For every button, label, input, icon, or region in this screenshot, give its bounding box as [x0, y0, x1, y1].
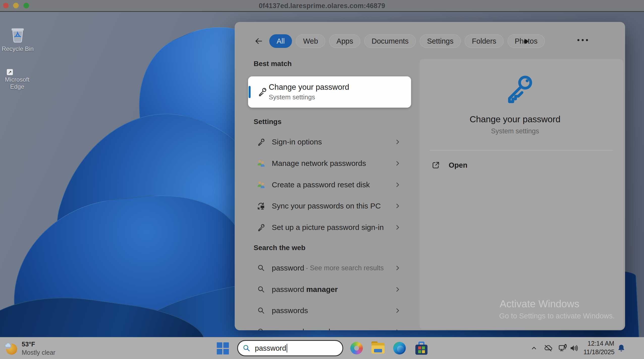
file-explorer-icon: [371, 343, 385, 353]
web-result-passwords[interactable]: passwords: [249, 302, 413, 319]
tab-folders[interactable]: Folders: [465, 34, 504, 48]
windows-logo-icon: [223, 342, 229, 348]
edge-icon: [393, 342, 406, 354]
weather-widget[interactable]: 53°F Mostly clear: [4, 337, 69, 359]
selection-accent-bar: [249, 86, 251, 98]
back-arrow-icon: [254, 37, 263, 46]
bell-icon: [617, 344, 626, 353]
sync-icon: [256, 201, 266, 211]
taskbar-search-input[interactable]: password: [237, 340, 343, 356]
ellipsis-icon: [577, 39, 579, 41]
clock-time: 12:14 AM: [583, 340, 614, 347]
chevron-right-icon: [394, 160, 401, 167]
mostly-clear-night-icon: [4, 341, 18, 356]
key-icon-large: [502, 71, 536, 106]
start-button[interactable]: [217, 342, 229, 355]
result-sign-in-options[interactable]: Sign-in options: [249, 133, 413, 151]
clock-date: 11/18/2025: [583, 348, 614, 356]
text-cursor: [287, 344, 287, 352]
best-match-result[interactable]: Change your password System settings: [248, 76, 411, 108]
play-arrow-icon: [522, 37, 530, 46]
result-label: Create a password reset disk: [272, 181, 370, 189]
web-query: passwords saved: [272, 327, 330, 330]
taskbar-file-explorer-button[interactable]: [371, 341, 385, 355]
taskbar-clock[interactable]: 12:14 AM 11/18/2025: [583, 340, 614, 356]
desktop-icon-label: Microsoft Edge: [1, 76, 34, 90]
web-section-header: Search the web: [254, 244, 305, 252]
key-icon: [256, 137, 266, 146]
titlebar-divider: [0, 11, 644, 12]
tab-documents[interactable]: Documents: [364, 34, 416, 48]
taskbar-store-button[interactable]: [415, 341, 428, 355]
open-label: Open: [449, 161, 467, 169]
search-icon: [256, 264, 266, 272]
taskbar-edge-button[interactable]: [393, 341, 406, 355]
result-label: Sync your passwords on this PC: [272, 202, 381, 210]
network-ethernet-icon: [558, 343, 568, 353]
windows-logo-icon: [223, 349, 229, 354]
tab-all[interactable]: All: [269, 34, 292, 48]
ellipsis-icon: [582, 39, 584, 41]
users-icon: [256, 159, 266, 168]
settings-section-header: Settings: [254, 118, 281, 126]
chevron-up-icon: [530, 344, 538, 352]
tray-network-button[interactable]: [557, 343, 569, 353]
result-create-password-reset-disk[interactable]: Create a password reset disk: [249, 176, 413, 194]
tray-volume-button[interactable]: [568, 343, 580, 353]
search-icon: [256, 327, 266, 330]
desktop-icon-label: Recycle Bin: [1, 45, 34, 52]
back-button[interactable]: [254, 37, 263, 46]
result-sync-passwords[interactable]: Sync your passwords on this PC: [249, 197, 413, 215]
search-icon: [256, 285, 266, 294]
tab-settings[interactable]: Settings: [420, 34, 461, 48]
desktop-icon-recycle-bin[interactable]: Recycle Bin: [1, 26, 34, 52]
external-link-icon: [432, 161, 440, 169]
best-match-title: Change your password: [269, 83, 349, 92]
desktop-icon-microsoft-edge[interactable]: ↗ Microsoft Edge: [1, 75, 34, 90]
more-tabs-button[interactable]: [522, 37, 530, 46]
tray-show-hidden-icons-button[interactable]: [529, 343, 539, 353]
microsoft-store-icon: [415, 342, 427, 355]
result-manage-network-passwords[interactable]: Manage network passwords: [249, 155, 413, 172]
chevron-right-icon: [394, 224, 401, 231]
best-match-subtitle: System settings: [269, 93, 315, 101]
result-label: Sign-in options: [272, 138, 322, 146]
key-icon: [256, 223, 266, 232]
screen: 0f4137ed.laresprime.olares.com:46879 Rec…: [0, 0, 644, 359]
taskbar: 53°F Mostly clear password: [0, 337, 644, 359]
web-query-bold: manager: [306, 285, 338, 294]
search-icon: [256, 306, 266, 315]
notification-bell-button[interactable]: [616, 343, 627, 353]
web-query: password: [272, 264, 304, 272]
users-icon: [256, 180, 266, 190]
weather-condition: Mostly clear: [22, 349, 55, 356]
speaker-icon: [569, 343, 579, 353]
tab-apps[interactable]: Apps: [329, 34, 360, 48]
activate-windows-watermark-sub: Go to Settings to activate Windows.: [499, 312, 615, 320]
tray-onedrive-button[interactable]: [542, 343, 554, 353]
taskbar-copilot-button[interactable]: [350, 341, 363, 355]
result-label: Set up a picture password sign-in: [272, 223, 384, 232]
result-preview-panel: Change your password System settings Ope…: [420, 59, 623, 329]
chevron-right-icon: [394, 264, 401, 272]
open-action[interactable]: Open: [432, 158, 532, 172]
tab-web[interactable]: Web: [296, 34, 325, 48]
ellipsis-icon: [586, 39, 588, 41]
preview-divider: [430, 150, 613, 151]
web-result-passwords-saved[interactable]: passwords saved: [249, 323, 413, 330]
web-result-password-manager[interactable]: password manager: [249, 281, 413, 298]
result-picture-password[interactable]: Set up a picture password sign-in: [249, 219, 413, 236]
web-query: password: [272, 285, 304, 294]
search-input-value: password: [255, 344, 286, 352]
search-icon: [242, 344, 251, 352]
preview-title: Change your password: [420, 114, 610, 124]
web-result-see-more[interactable]: password - See more search results: [249, 259, 413, 277]
search-options-button[interactable]: [577, 39, 588, 41]
search-flyout-window: All Web Apps Documents Settings Folders …: [235, 22, 625, 330]
preview-subtitle: System settings: [420, 127, 610, 135]
search-filter-tabs: All Web Apps Documents Settings Folders …: [235, 34, 625, 48]
recycle-bin-icon: [1, 26, 34, 44]
chevron-right-icon: [394, 328, 401, 330]
key-icon: [257, 86, 268, 97]
windows-logo-icon: [217, 349, 222, 354]
